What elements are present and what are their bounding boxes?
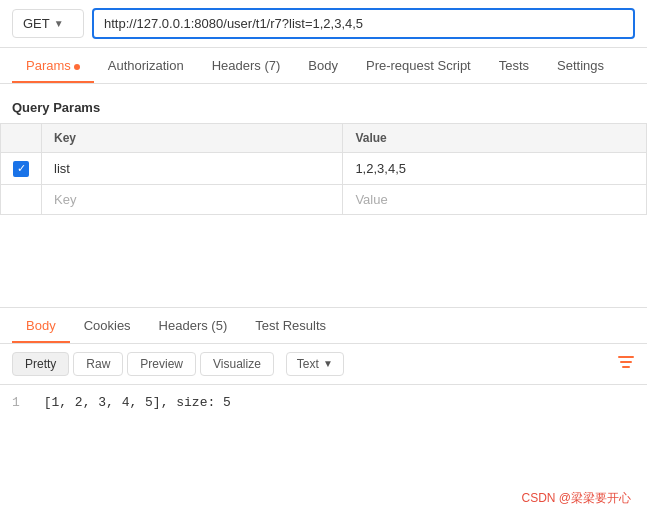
table-row: ✓ list 1,2,3,4,5 [1, 153, 647, 185]
params-section: Query Params Key Value ✓ list 1,2,3,4,5 … [0, 84, 647, 227]
table-empty-row: Key Value [1, 184, 647, 214]
method-label: GET [23, 16, 50, 31]
row-key[interactable]: list [42, 153, 343, 185]
filter-icon[interactable] [617, 354, 635, 374]
tab-authorization[interactable]: Authorization [94, 48, 198, 83]
empty-value-cell[interactable]: Value [343, 184, 647, 214]
response-tabs: Body Cookies Headers (5) Test Results [0, 308, 647, 344]
params-dot [74, 64, 80, 70]
empty-checkbox-cell [1, 184, 42, 214]
key-header: Key [42, 124, 343, 153]
tab-settings[interactable]: Settings [543, 48, 618, 83]
response-line: [1, 2, 3, 4, 5], size: 5 [44, 395, 231, 410]
format-preview-button[interactable]: Preview [127, 352, 196, 376]
tab-params[interactable]: Params [12, 48, 94, 83]
empty-key-cell[interactable]: Key [42, 184, 343, 214]
table-header-row: Key Value [1, 124, 647, 153]
url-input[interactable] [92, 8, 635, 39]
tab-tests[interactable]: Tests [485, 48, 543, 83]
watermark: CSDN @梁梁要开心 [521, 490, 631, 507]
checkbox-checked-icon: ✓ [13, 161, 29, 177]
tab-body[interactable]: Body [294, 48, 352, 83]
format-raw-button[interactable]: Raw [73, 352, 123, 376]
tab-prerequest[interactable]: Pre-request Script [352, 48, 485, 83]
row-checkbox-cell[interactable]: ✓ [1, 153, 42, 185]
line-number: 1 [12, 395, 20, 410]
response-tab-testresults[interactable]: Test Results [241, 308, 340, 343]
tab-headers[interactable]: Headers (7) [198, 48, 295, 83]
response-section: Body Cookies Headers (5) Test Results Pr… [0, 308, 647, 420]
type-select[interactable]: Text ▼ [286, 352, 344, 376]
chevron-down-icon: ▼ [54, 18, 64, 29]
response-content: 1 [1, 2, 3, 4, 5], size: 5 [0, 385, 647, 420]
query-params-title: Query Params [0, 96, 647, 123]
response-tab-body[interactable]: Body [12, 308, 70, 343]
format-bar: Pretty Raw Preview Visualize Text ▼ [0, 344, 647, 385]
format-pretty-button[interactable]: Pretty [12, 352, 69, 376]
method-dropdown[interactable]: GET ▼ [12, 9, 84, 38]
type-select-label: Text [297, 357, 319, 371]
url-bar: GET ▼ [0, 0, 647, 48]
watermark-prefix: CSDN @ [521, 491, 571, 505]
watermark-name: 梁梁要开心 [571, 491, 631, 505]
type-chevron-icon: ▼ [323, 358, 333, 369]
value-header: Value [343, 124, 647, 153]
response-tab-headers[interactable]: Headers (5) [145, 308, 242, 343]
response-tab-cookies[interactable]: Cookies [70, 308, 145, 343]
checkbox-header [1, 124, 42, 153]
row-value[interactable]: 1,2,3,4,5 [343, 153, 647, 185]
params-table: Key Value ✓ list 1,2,3,4,5 Key Value [0, 123, 647, 215]
request-tabs: Params Authorization Headers (7) Body Pr… [0, 48, 647, 84]
key-placeholder: Key [54, 192, 76, 207]
value-placeholder: Value [355, 192, 387, 207]
format-visualize-button[interactable]: Visualize [200, 352, 274, 376]
